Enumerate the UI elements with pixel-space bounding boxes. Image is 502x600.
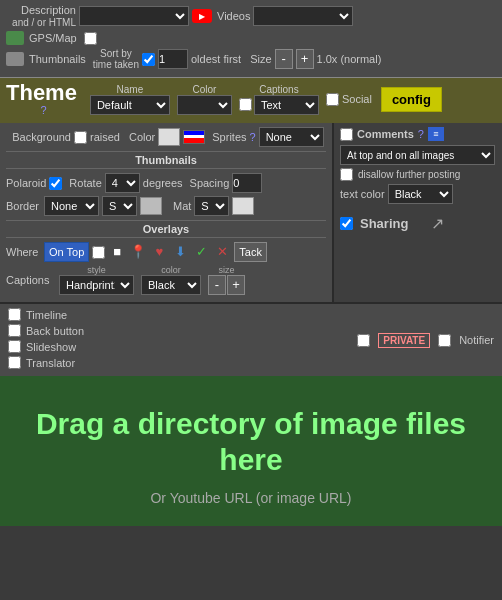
spacing-input[interactable] bbox=[232, 173, 262, 193]
border-label: Border bbox=[6, 200, 41, 212]
raised-checkbox[interactable] bbox=[74, 131, 87, 144]
color-col-label: Color bbox=[192, 84, 216, 95]
overlay-icon6[interactable]: ✕ bbox=[213, 243, 231, 261]
spacing-label: Spacing bbox=[190, 177, 230, 189]
oldest-label: oldest first bbox=[191, 53, 241, 65]
polaroid-checkbox[interactable] bbox=[49, 177, 62, 190]
comments-question[interactable]: ? bbox=[418, 128, 424, 140]
mat-label: Mat bbox=[173, 200, 191, 212]
private-checkbox[interactable] bbox=[357, 334, 370, 347]
videos-label: Videos bbox=[217, 10, 250, 22]
captions-checkbox[interactable] bbox=[239, 98, 252, 111]
theme-question-mark[interactable]: ? bbox=[40, 104, 46, 116]
size-sublabel: size bbox=[218, 265, 234, 275]
background-label: Background bbox=[6, 131, 71, 143]
sharing-label: Sharing bbox=[360, 216, 408, 231]
notifier-label: Notifier bbox=[459, 334, 494, 346]
timeline-label: Timeline bbox=[26, 309, 67, 321]
share-icon[interactable]: ↗ bbox=[431, 214, 444, 233]
rotate-select[interactable]: 4 bbox=[105, 173, 140, 193]
flag-icon[interactable] bbox=[183, 130, 205, 144]
overlay-icon5[interactable]: ✓ bbox=[192, 243, 210, 261]
drag-title: Drag a directory of image files here bbox=[20, 406, 482, 478]
overlay-icon3[interactable]: ♥ bbox=[150, 243, 168, 261]
oldest-input[interactable] bbox=[158, 49, 188, 69]
comments-menu-icon[interactable]: ≡ bbox=[428, 127, 444, 141]
tack-button[interactable]: Tack bbox=[234, 242, 267, 262]
thumbnails-section-title: Thumbnails bbox=[6, 151, 326, 169]
size-value-label: 1.0x (normal) bbox=[317, 53, 382, 65]
timeline-checkbox[interactable] bbox=[8, 308, 21, 321]
degrees-label: degrees bbox=[143, 177, 183, 189]
mat-select[interactable]: S bbox=[194, 196, 229, 216]
gps-icon bbox=[6, 31, 24, 45]
size-minus-button[interactable]: - bbox=[275, 49, 293, 69]
translator-checkbox[interactable] bbox=[8, 356, 21, 369]
overlay-icon2[interactable]: 📍 bbox=[129, 243, 147, 261]
drag-subtitle: Or Youtube URL (or image URL) bbox=[20, 490, 482, 506]
slideshow-label: Slideshow bbox=[26, 341, 76, 353]
captions-size-minus[interactable]: - bbox=[208, 275, 226, 295]
private-button[interactable]: PRIVATE bbox=[378, 333, 430, 348]
back-button-checkbox[interactable] bbox=[8, 324, 21, 337]
border-size-select[interactable]: S bbox=[102, 196, 137, 216]
comments-checkbox[interactable] bbox=[340, 128, 353, 141]
rotate-label: Rotate bbox=[69, 177, 101, 189]
size-label: Size bbox=[250, 53, 271, 65]
slideshow-checkbox[interactable] bbox=[8, 340, 21, 353]
config-button[interactable]: config bbox=[381, 87, 442, 112]
translator-label: Translator bbox=[26, 357, 75, 369]
disallow-checkbox[interactable] bbox=[340, 168, 353, 181]
where-label: Where bbox=[6, 246, 41, 258]
gps-checkbox[interactable] bbox=[84, 32, 97, 45]
description-label: Descriptionand / or HTML bbox=[6, 4, 76, 28]
color-section-label: Color bbox=[129, 131, 155, 143]
disallow-label: disallow further posting bbox=[358, 169, 460, 180]
text-color-select[interactable]: Black bbox=[388, 184, 453, 204]
overlay-icon4[interactable]: ⬇ bbox=[171, 243, 189, 261]
captions-col-label: Captions bbox=[259, 84, 298, 95]
sprites-select[interactable]: None bbox=[259, 127, 324, 147]
text-color-label: text color bbox=[340, 188, 385, 200]
sharing-checkbox[interactable] bbox=[340, 217, 353, 230]
overlays-section-title: Overlays bbox=[6, 220, 326, 238]
drag-zone[interactable]: Drag a directory of image files here Or … bbox=[0, 376, 502, 526]
border-color-swatch[interactable] bbox=[140, 197, 162, 215]
back-button-label: Back button bbox=[26, 325, 84, 337]
mat-color-swatch[interactable] bbox=[232, 197, 254, 215]
overlay-icon1[interactable]: ■ bbox=[108, 243, 126, 261]
notifier-checkbox[interactable] bbox=[438, 334, 451, 347]
border-select[interactable]: None bbox=[44, 196, 99, 216]
name-col-label: Name bbox=[117, 84, 144, 95]
bg-color-swatch[interactable] bbox=[158, 128, 180, 146]
gps-label: GPS/Map bbox=[29, 32, 77, 44]
social-label: Social bbox=[342, 93, 372, 105]
social-checkbox[interactable] bbox=[326, 93, 339, 106]
camera-icon bbox=[6, 52, 24, 66]
comments-label: Comments bbox=[357, 128, 414, 140]
captions-size-plus[interactable]: + bbox=[227, 275, 245, 295]
captions-color-select[interactable]: Black bbox=[141, 275, 201, 295]
thumbnails-label: Thumbnails bbox=[29, 53, 86, 65]
comments-position-select[interactable]: At top and on all images bbox=[340, 145, 495, 165]
where-checkbox1[interactable] bbox=[92, 246, 105, 259]
theme-big-label: Theme bbox=[6, 82, 77, 104]
captions-style-select[interactable]: Handprint1 bbox=[59, 275, 134, 295]
captions-select[interactable]: Text bbox=[254, 95, 319, 115]
raised-label: raised bbox=[90, 131, 120, 143]
description-select[interactable] bbox=[79, 6, 189, 26]
theme-name-select[interactable]: Default bbox=[90, 95, 170, 115]
theme-color-select[interactable] bbox=[177, 95, 232, 115]
captions-overlay-label: Captions bbox=[6, 274, 56, 286]
size-plus-button[interactable]: + bbox=[296, 49, 314, 69]
youtube-icon bbox=[192, 9, 212, 23]
videos-select[interactable] bbox=[253, 6, 353, 26]
sort-checkbox[interactable] bbox=[142, 53, 155, 66]
color-sublabel: color bbox=[161, 265, 181, 275]
sprites-question[interactable]: ? bbox=[250, 131, 256, 143]
on-top-button[interactable]: On Top bbox=[44, 242, 89, 262]
sprites-label: Sprites bbox=[212, 131, 246, 143]
style-sublabel: style bbox=[87, 265, 106, 275]
sort-label: Sort bytime taken bbox=[93, 48, 139, 70]
polaroid-label: Polaroid bbox=[6, 177, 46, 189]
